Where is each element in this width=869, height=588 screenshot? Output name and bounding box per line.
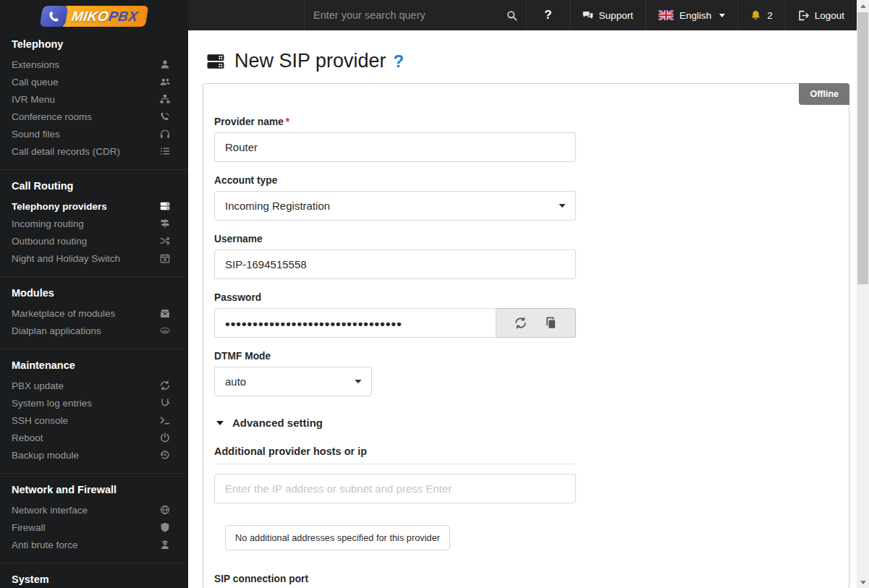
sidebar-item-outbound-routing[interactable]: Outbound routing xyxy=(12,232,170,250)
sidebar-item-reboot[interactable]: Reboot xyxy=(12,429,170,446)
notifications-button[interactable]: 2 xyxy=(737,0,785,30)
logout-label: Logout xyxy=(815,10,844,21)
logo-text-pbx: PBX xyxy=(108,8,140,24)
sidebar-item-label: Sound files xyxy=(12,129,60,140)
sidebar-item-anti-brute-force[interactable]: Anti brute force xyxy=(12,536,170,553)
sidebar-item-extensions[interactable]: Extensions xyxy=(12,56,170,73)
scrollbar-thumb[interactable] xyxy=(857,12,868,284)
shield-icon xyxy=(160,522,170,532)
page-title: New SIP provider xyxy=(234,50,386,72)
sidebar-item-network-interface[interactable]: Network interface xyxy=(12,501,170,519)
sidebar-item-conference-rooms[interactable]: Conference rooms xyxy=(12,108,170,125)
sidebar-item-label: SSH console xyxy=(12,415,68,426)
server-icon xyxy=(205,52,226,71)
sidebar-section-title: Call Routing xyxy=(12,180,170,192)
sidebar-item-label: Anti brute force xyxy=(12,540,78,550)
sidebar-sections: TelephonyExtensionsCall queueIVR MenuCon… xyxy=(0,38,188,588)
help-button[interactable]: ? xyxy=(526,0,569,30)
dtmf-mode-dropdown[interactable] xyxy=(214,367,372,396)
support-label: Support xyxy=(599,10,633,21)
sidebar-item-ivr-menu[interactable]: IVR Menu xyxy=(12,90,170,108)
notification-count: 2 xyxy=(767,10,773,21)
sidebar-item-label: IVR Menu xyxy=(12,94,55,105)
sidebar-item-call-queue[interactable]: Call queue xyxy=(12,73,170,90)
sidebar-item-label: Telephony providers xyxy=(12,201,107,212)
dtmf-mode-value[interactable] xyxy=(214,367,372,396)
support-button[interactable]: Support xyxy=(569,0,645,30)
sidebar-item-night-and-holiday-switch[interactable]: Night and Holiday Switch xyxy=(12,250,170,267)
vertical-scrollbar[interactable] xyxy=(857,0,869,588)
password-actions xyxy=(496,308,576,338)
sidebar-item-dialplan-applications[interactable]: Dialplan applicationsphp xyxy=(12,322,170,339)
password-field xyxy=(214,308,576,338)
sidebar-item-firewall[interactable]: Firewall xyxy=(12,519,170,536)
sidebar-item-label: Marketplace of modules xyxy=(12,308,115,319)
headphones-icon xyxy=(160,129,170,139)
search-input[interactable] xyxy=(312,9,506,22)
sidebar-item-label: Firewall xyxy=(12,522,46,533)
sidebar-item-telephony-providers[interactable]: Telephony providers xyxy=(12,197,170,215)
map-signs-icon xyxy=(160,218,170,229)
generate-password-button[interactable] xyxy=(514,317,527,329)
user-icon xyxy=(160,59,170,69)
required-asterisk: * xyxy=(286,116,289,127)
logout-button[interactable]: Logout xyxy=(785,0,857,30)
page-help-icon[interactable]: ? xyxy=(394,51,404,72)
power-icon xyxy=(160,433,170,443)
username-group: Username xyxy=(214,234,838,279)
provider-name-group: Provider name* xyxy=(214,116,838,162)
status-badge: Offline xyxy=(799,83,849,105)
chevron-down-icon xyxy=(719,14,725,17)
random-icon xyxy=(160,236,170,246)
sidebar-item-pbx-update[interactable]: PBX update xyxy=(12,377,170,394)
sidebar-item-incoming-routing[interactable]: Incoming routing xyxy=(12,215,170,232)
sidebar-item-backup-module[interactable]: Backup module xyxy=(12,446,170,464)
sidebar-item-ssh-console[interactable]: SSH console xyxy=(12,412,170,429)
password-input[interactable] xyxy=(214,308,496,338)
server-icon xyxy=(160,201,170,211)
advanced-settings-toggle[interactable]: Advanced setting xyxy=(214,417,838,429)
language-selector[interactable]: English xyxy=(645,0,737,30)
account-type-group: Account type xyxy=(214,175,838,221)
search-icon[interactable] xyxy=(506,10,517,21)
phone-icon xyxy=(47,10,62,22)
account-type-dropdown[interactable] xyxy=(214,191,576,221)
list-icon xyxy=(160,146,170,156)
sidebar-item-system-log-entries[interactable]: System log entries xyxy=(12,394,170,412)
sidebar-section-modules: ModulesMarketplace of modulesDialplan ap… xyxy=(0,276,188,349)
copy-password-button[interactable] xyxy=(545,317,557,329)
sidebar-item-marketplace-of-modules[interactable]: Marketplace of modules xyxy=(12,304,170,322)
calendar-times-icon xyxy=(160,253,170,263)
logo-text-miko: MIKO xyxy=(71,8,111,24)
uk-flag-icon xyxy=(658,10,674,20)
sidebar-item-sound-files[interactable]: Sound files xyxy=(12,125,170,142)
help-label: ? xyxy=(544,8,551,22)
sidebar-section-title: Maintenance xyxy=(12,359,170,371)
hosts-section-header: Additional provider hosts or ip xyxy=(214,446,576,464)
provider-name-input[interactable] xyxy=(214,132,576,162)
svg-text:php: php xyxy=(162,329,168,333)
sidebar-item-label: Backup module xyxy=(12,450,79,461)
advanced-settings-label: Advanced setting xyxy=(232,417,323,429)
dtmf-group: DTMF Mode xyxy=(214,351,838,396)
sidebar-section-network-and-firewall: Network and FirewallNetwork interfaceFir… xyxy=(0,473,188,563)
triangle-up-icon xyxy=(860,4,866,8)
sidebar-item-call-detail-records-cdr[interactable]: Call detail records (CDR) xyxy=(12,142,170,160)
sidebar-item-label: PBX update xyxy=(12,380,64,391)
provider-name-label: Provider name* xyxy=(214,116,838,127)
box-icon xyxy=(160,308,170,318)
mikopbx-logo[interactable]: MIKOPBX xyxy=(0,4,188,28)
account-type-value[interactable] xyxy=(214,191,576,221)
sidebar-item-label: Call queue xyxy=(12,77,59,88)
username-input[interactable] xyxy=(214,250,576,279)
username-label: Username xyxy=(214,234,838,244)
sync-icon xyxy=(160,380,170,391)
php-icon: php xyxy=(160,325,170,336)
phone-logo-badge xyxy=(40,6,69,27)
hosts-input[interactable] xyxy=(214,474,576,503)
scroll-up-arrow[interactable] xyxy=(857,0,869,12)
password-label: Password xyxy=(214,292,838,303)
globe-icon xyxy=(160,505,170,515)
scroll-down-arrow[interactable] xyxy=(857,576,869,588)
users-icon xyxy=(160,77,170,87)
